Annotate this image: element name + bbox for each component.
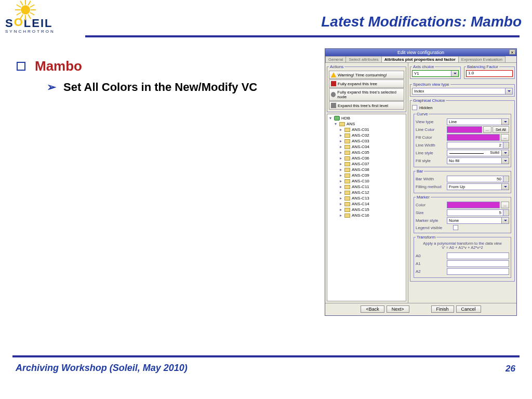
- axis-choice-combo[interactable]: Y1: [412, 70, 459, 77]
- tab-plot-properties[interactable]: Attributes plot properties and factor: [381, 56, 459, 62]
- folder-icon: [344, 185, 350, 189]
- tree-icon: [331, 81, 336, 86]
- spectrum-view-group: Spectrum view type Index: [410, 82, 515, 97]
- folder-icon: [344, 145, 350, 149]
- balancing-factor-input[interactable]: 1.0: [466, 70, 513, 77]
- tab-general[interactable]: General: [325, 56, 346, 62]
- fill-style-combo[interactable]: No fill: [447, 157, 509, 164]
- tab-select-attributes[interactable]: Select attributes: [345, 56, 381, 62]
- tree-leaf[interactable]: ▸ANS-C12: [339, 190, 405, 195]
- tree-node[interactable]: ▾ANS: [334, 121, 405, 127]
- folder-icon: [344, 191, 350, 195]
- line-color-swatch[interactable]: [447, 126, 482, 133]
- folder-icon: [344, 151, 350, 155]
- warning-row: Warning! Time consuming!: [329, 71, 404, 79]
- expand-selected-button[interactable]: Fully expand this tree's selected node: [329, 88, 404, 101]
- line-style-combo[interactable]: Solid: [447, 150, 509, 156]
- spectrum-view-combo[interactable]: Index: [412, 88, 513, 95]
- arrow-bullet-icon: ➢: [47, 81, 56, 94]
- set-all-button[interactable]: Set All: [493, 126, 509, 133]
- a2-input[interactable]: [447, 268, 509, 275]
- folder-icon: [344, 208, 350, 212]
- bar-group: Bar Bar Width50 Filling methodFrom Up: [414, 169, 511, 193]
- transform-group: Transform Apply a polynomial transform t…: [414, 235, 511, 278]
- page-number: 26: [506, 364, 515, 374]
- a1-input[interactable]: [447, 260, 509, 267]
- tree-leaf[interactable]: ▸ANS-C02: [339, 132, 405, 138]
- marker-style-combo[interactable]: None: [447, 217, 509, 224]
- cancel-button[interactable]: Cancel: [456, 305, 481, 313]
- graphical-choice-group: Graphical Choice Hidden Curve View typeL…: [410, 98, 515, 282]
- fill-color-swatch[interactable]: [447, 134, 500, 141]
- dialog-window: Edit view configuration × General Select…: [325, 48, 517, 316]
- tree-leaf[interactable]: ▸ANS-C05: [339, 150, 405, 155]
- chevron-down-icon: [501, 184, 509, 190]
- node-icon: [331, 92, 336, 97]
- tab-bar: General Select attributes Attributes plo…: [325, 56, 516, 63]
- line-color-picker-button[interactable]: ...: [483, 126, 491, 133]
- legend-visible-checkbox[interactable]: [453, 225, 458, 230]
- tree-leaf[interactable]: ▸ANS-C16: [339, 212, 405, 218]
- tree-leaf[interactable]: ▸ANS-C07: [339, 161, 405, 167]
- tree-root[interactable]: ▾HDB: [328, 115, 405, 121]
- logo-word: SOLEIL: [5, 17, 78, 30]
- view-type-combo[interactable]: Line: [447, 118, 509, 125]
- dialog-titlebar: Edit view configuration ×: [325, 49, 516, 56]
- footer-divider: [12, 355, 520, 357]
- tree-leaf[interactable]: ▸ANS-C09: [339, 172, 405, 178]
- next-button[interactable]: Next>: [387, 305, 409, 313]
- tree-leaf[interactable]: ▸ANS-C01: [339, 127, 405, 132]
- expand-first-button[interactable]: Expand this tree's first level: [329, 101, 404, 110]
- tree-leaf[interactable]: ▸ANS-C15: [339, 207, 405, 212]
- marker-size-spinner[interactable]: 5: [447, 209, 509, 216]
- filling-method-combo[interactable]: From Up: [447, 183, 509, 190]
- folder-icon: [339, 122, 345, 126]
- tree-leaf[interactable]: ▸ANS-C03: [339, 138, 405, 144]
- marker-color-picker-button[interactable]: ...: [501, 202, 509, 208]
- marker-color-swatch[interactable]: [447, 202, 500, 208]
- folder-icon: [344, 196, 350, 201]
- hidden-label: Hidden: [419, 105, 432, 110]
- finish-button[interactable]: Finish: [431, 305, 454, 313]
- square-bullet-icon: [17, 62, 25, 71]
- right-panel: Axis choice Y1 Balancing Factor 1.0 Spec…: [408, 63, 516, 303]
- footer-text: Archiving Workshop (Soleil, May 2010): [16, 363, 188, 374]
- chevron-down-icon: [501, 119, 509, 125]
- tree-leaf[interactable]: ▸ANS-C08: [339, 167, 405, 172]
- folder-icon: [344, 162, 350, 166]
- logo-subtitle: SYNCHROTRON: [5, 29, 78, 34]
- tree-leaf[interactable]: ▸ANS-C04: [339, 144, 405, 150]
- level-icon: [331, 103, 336, 108]
- line-width-spinner[interactable]: 2: [447, 142, 509, 149]
- warning-icon: [331, 72, 336, 77]
- tree-leaf[interactable]: ▸ANS-C14: [339, 201, 405, 207]
- marker-group: Marker Color... Size5 Marker styleNone L…: [414, 195, 511, 233]
- attribute-tree[interactable]: ▾HDB ▾ANS ▸ANS-C01▸ANS-C02▸ANS-C03▸ANS-C…: [327, 114, 406, 301]
- dialog-title: Edit view configuration: [397, 50, 444, 55]
- chevron-down-icon: [501, 158, 509, 164]
- tree-leaf[interactable]: ▸ANS-C11: [339, 184, 405, 190]
- folder-icon: [344, 156, 350, 161]
- transform-note: Apply a polynomial transform to the data…: [416, 242, 509, 250]
- folder-icon: [344, 134, 350, 138]
- hidden-checkbox[interactable]: [412, 105, 417, 110]
- folder-icon: [344, 179, 350, 183]
- tree-leaf[interactable]: ▸ANS-C06: [339, 155, 405, 161]
- a0-input[interactable]: [447, 252, 509, 259]
- actions-legend: Actions: [329, 64, 344, 69]
- back-button[interactable]: <Back: [361, 305, 384, 313]
- close-icon[interactable]: ×: [509, 49, 515, 55]
- tree-leaf[interactable]: ▸ANS-C13: [339, 195, 405, 201]
- expand-tree-button[interactable]: Fully expand this tree: [329, 79, 404, 88]
- fill-color-picker-button[interactable]: ...: [501, 134, 509, 141]
- folder-icon: [344, 168, 350, 172]
- bar-width-spinner[interactable]: 50: [447, 176, 509, 182]
- chevron-down-icon: [501, 218, 509, 223]
- actions-group: Actions Warning! Time consuming! Fully e…: [327, 64, 406, 112]
- tree-leaf[interactable]: ▸ANS-C10: [339, 178, 405, 184]
- tab-expression[interactable]: Expression Evaluation: [458, 56, 506, 62]
- curve-group: Curve View typeLine Line Color...Set All…: [414, 112, 511, 167]
- logo: SOLEIL SYNCHROTRON: [5, 1, 78, 34]
- chevron-down-icon: [501, 150, 509, 156]
- folder-icon: [344, 139, 350, 143]
